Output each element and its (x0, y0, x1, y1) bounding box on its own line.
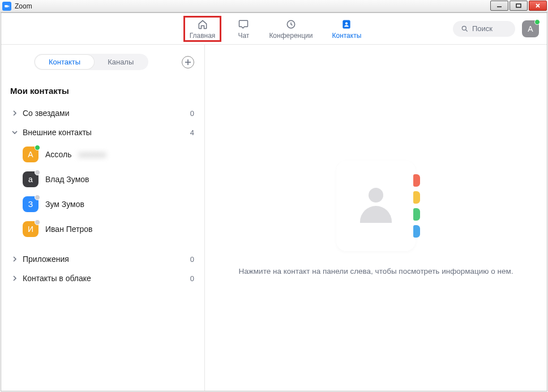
presence-indicator-icon (534, 19, 540, 25)
group-starred-count: 0 (190, 109, 195, 118)
top-navigation: Главная Чат Конференции Контакты (1, 13, 547, 45)
contact-avatar: а (23, 171, 38, 187)
clock-icon (285, 18, 297, 31)
svg-point-6 (345, 22, 348, 24)
window-titlebar: Zoom (0, 0, 548, 12)
svg-point-7 (462, 26, 466, 30)
nav-home[interactable]: Главная (183, 16, 222, 42)
nav-home-label: Главная (190, 32, 216, 40)
zoom-app-icon (2, 2, 11, 11)
window-minimize-button[interactable] (490, 1, 508, 11)
group-external-count: 4 (190, 128, 195, 137)
contact-item[interactable]: И Иван Петров (6, 217, 200, 242)
contact-name: Ассоль (45, 150, 71, 159)
group-cloud-count: 0 (190, 274, 195, 283)
group-cloud-label: Контакты в облаке (23, 274, 91, 283)
contact-avatar: И (23, 221, 38, 237)
group-starred[interactable]: Со звездами 0 (6, 104, 200, 123)
contacts-placeholder-icon (336, 161, 416, 251)
profile-avatar[interactable]: A (522, 20, 539, 37)
search-icon (461, 25, 469, 33)
contacts-icon (340, 18, 353, 31)
subtab-contacts[interactable]: Контакты (35, 55, 94, 69)
group-apps-label: Приложения (23, 255, 69, 264)
nav-meetings-label: Конференции (269, 32, 312, 40)
section-title: Мои контакты (6, 70, 200, 104)
group-external-label: Внешние контакты (23, 128, 92, 137)
profile-avatar-letter: A (528, 24, 533, 33)
empty-state-text: Нажмите на контакт на панели слева, чтоб… (222, 267, 530, 275)
nav-chat-label: Чат (238, 32, 249, 40)
chevron-right-icon (10, 275, 19, 281)
contacts-sidebar: Контакты Каналы Мои контакты Со звездами… (1, 45, 205, 391)
contact-detail-empty: Нажмите на контакт на панели слева, чтоб… (205, 45, 547, 391)
presence-offline-icon (35, 219, 40, 225)
presence-online-icon (35, 145, 40, 150)
window-maximize-button[interactable] (510, 1, 528, 11)
contact-avatar: З (23, 196, 38, 212)
group-external[interactable]: Внешние контакты 4 (6, 123, 200, 142)
group-apps[interactable]: Приложения 0 (6, 249, 200, 269)
contact-name-blurred: xxxxxxx (78, 150, 106, 159)
subtabs: Контакты Каналы (34, 54, 148, 70)
subtab-channels[interactable]: Каналы (94, 55, 147, 69)
contact-name: Влад Зумов (45, 175, 89, 184)
nav-chat[interactable]: Чат (234, 16, 253, 42)
contact-item[interactable]: А Ассоль xxxxxxx (6, 142, 200, 167)
nav-meetings[interactable]: Конференции (266, 16, 316, 42)
window-close-button[interactable] (529, 1, 547, 11)
home-icon (196, 18, 209, 31)
svg-line-8 (466, 29, 468, 31)
search-input[interactable]: Поиск (453, 21, 515, 37)
presence-offline-icon (35, 170, 40, 175)
chevron-down-icon (10, 130, 19, 135)
search-placeholder: Поиск (472, 24, 493, 33)
group-apps-count: 0 (190, 255, 195, 264)
contact-avatar: А (23, 147, 38, 162)
window-title: Zoom (15, 2, 32, 10)
contact-name: Зум Зумов (45, 200, 84, 209)
presence-offline-icon (35, 195, 40, 200)
nav-contacts-label: Контакты (332, 32, 361, 40)
contact-item[interactable]: а Влад Зумов (6, 167, 200, 192)
svg-rect-1 (516, 4, 521, 7)
plus-icon (185, 59, 191, 66)
group-starred-label: Со звездами (23, 109, 69, 118)
group-cloud[interactable]: Контакты в облаке 0 (6, 269, 200, 288)
contact-item[interactable]: З Зум Зумов (6, 192, 200, 217)
chevron-right-icon (10, 256, 19, 262)
nav-contacts[interactable]: Контакты (328, 16, 365, 42)
contact-name: Иван Петров (45, 225, 93, 234)
add-contact-button[interactable] (182, 56, 194, 68)
chevron-right-icon (10, 110, 19, 116)
chat-icon (237, 18, 250, 31)
